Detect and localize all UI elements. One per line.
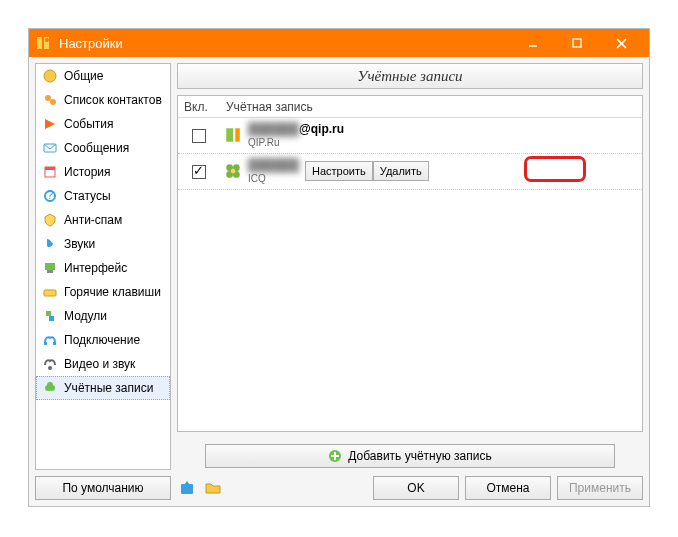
nav-icon bbox=[42, 164, 58, 180]
nav-icon bbox=[42, 356, 58, 372]
svg-rect-4 bbox=[573, 39, 581, 47]
nav-icon bbox=[42, 284, 58, 300]
svg-point-7 bbox=[44, 70, 56, 82]
nav-icon bbox=[42, 212, 58, 228]
svg-rect-0 bbox=[37, 37, 42, 49]
sidebar-item-0[interactable]: Общие bbox=[36, 64, 170, 88]
sidebar-item-3[interactable]: Сообщения bbox=[36, 136, 170, 160]
delete-button[interactable]: Удалить bbox=[373, 161, 429, 181]
sidebar-item-11[interactable]: Подключение bbox=[36, 328, 170, 352]
svg-rect-20 bbox=[44, 342, 47, 345]
nav-icon bbox=[42, 140, 58, 156]
svg-rect-18 bbox=[46, 311, 51, 316]
sidebar-item-13[interactable]: Учётные записи bbox=[36, 376, 170, 400]
svg-rect-15 bbox=[45, 263, 55, 270]
svg-rect-12 bbox=[45, 167, 55, 170]
sidebar: ОбщиеСписок контактовСобытияСообщенияИст… bbox=[35, 63, 171, 500]
sidebar-item-label: Список контактов bbox=[64, 93, 162, 107]
cancel-button[interactable]: Отмена bbox=[465, 476, 551, 500]
sidebar-item-label: Видео и звук bbox=[64, 357, 135, 371]
sidebar-item-label: История bbox=[64, 165, 111, 179]
table-header: Вкл. Учётная запись bbox=[178, 96, 642, 118]
svg-rect-19 bbox=[49, 316, 54, 321]
qip-icon bbox=[224, 126, 242, 144]
svg-point-2 bbox=[45, 38, 49, 42]
main-panel: Учётные записи Вкл. Учётная запись █████… bbox=[177, 63, 643, 500]
sidebar-item-7[interactable]: Звуки bbox=[36, 232, 170, 256]
sidebar-item-label: События bbox=[64, 117, 114, 131]
svg-point-8 bbox=[45, 95, 51, 101]
app-icon bbox=[35, 35, 51, 51]
col-enabled: Вкл. bbox=[178, 96, 220, 117]
sidebar-item-12[interactable]: Видео и звук bbox=[36, 352, 170, 376]
sidebar-item-6[interactable]: Анти-спам bbox=[36, 208, 170, 232]
sidebar-item-label: Общие bbox=[64, 69, 103, 83]
sidebar-item-label: Подключение bbox=[64, 333, 140, 347]
nav-icon bbox=[42, 236, 58, 252]
nav-icon: ? bbox=[42, 188, 58, 204]
enable-checkbox[interactable] bbox=[192, 165, 206, 179]
add-account-button[interactable]: Добавить учётную запись bbox=[205, 444, 615, 468]
sidebar-item-9[interactable]: Горячие клавиши bbox=[36, 280, 170, 304]
svg-rect-36 bbox=[181, 484, 193, 494]
sidebar-item-label: Сообщения bbox=[64, 141, 129, 155]
col-account: Учётная запись bbox=[220, 96, 642, 117]
nav-icon bbox=[42, 308, 58, 324]
sidebar-item-8[interactable]: Интерфейс bbox=[36, 256, 170, 280]
maximize-button[interactable] bbox=[555, 29, 599, 57]
sidebar-item-label: Интерфейс bbox=[64, 261, 127, 275]
svg-point-9 bbox=[50, 99, 56, 105]
titlebar: Настройки bbox=[29, 29, 649, 57]
accounts-table: Вкл. Учётная запись ██████@qip.ruQIP.Ru█… bbox=[177, 95, 643, 432]
sidebar-item-label: Звуки bbox=[64, 237, 95, 251]
svg-text:?: ? bbox=[47, 188, 54, 202]
sidebar-item-label: Анти-спам bbox=[64, 213, 122, 227]
add-account-label: Добавить учётную запись bbox=[348, 449, 491, 463]
icq-icon bbox=[224, 162, 242, 180]
sidebar-item-5[interactable]: ?Статусы bbox=[36, 184, 170, 208]
nav-icon bbox=[42, 68, 58, 84]
sidebar-item-2[interactable]: События bbox=[36, 112, 170, 136]
sidebar-item-label: Горячие клавиши bbox=[64, 285, 161, 299]
close-button[interactable] bbox=[599, 29, 643, 57]
svg-point-32 bbox=[231, 169, 236, 174]
account-row[interactable]: ██████ICQНастроитьУдалить bbox=[178, 154, 642, 190]
enable-checkbox[interactable] bbox=[192, 129, 206, 143]
sidebar-item-label: Модули bbox=[64, 309, 107, 323]
import-icon[interactable] bbox=[177, 478, 197, 498]
nav-icon bbox=[42, 380, 58, 396]
plus-icon bbox=[328, 449, 342, 463]
ok-button[interactable]: OK bbox=[373, 476, 459, 500]
nav-icon bbox=[42, 92, 58, 108]
svg-rect-26 bbox=[226, 129, 233, 143]
sidebar-item-1[interactable]: Список контактов bbox=[36, 88, 170, 112]
sidebar-item-label: Статусы bbox=[64, 189, 111, 203]
account-row[interactable]: ██████@qip.ruQIP.Ru bbox=[178, 118, 642, 154]
nav-icon bbox=[42, 116, 58, 132]
minimize-button[interactable] bbox=[511, 29, 555, 57]
sidebar-item-label: Учётные записи bbox=[64, 381, 153, 395]
svg-rect-21 bbox=[53, 342, 56, 345]
window-title: Настройки bbox=[55, 36, 511, 51]
apply-button[interactable]: Применить bbox=[557, 476, 643, 500]
configure-button[interactable]: Настроить bbox=[305, 161, 373, 181]
nav-list: ОбщиеСписок контактовСобытияСообщенияИст… bbox=[35, 63, 171, 470]
svg-point-25 bbox=[47, 382, 53, 388]
footer: OK Отмена Применить bbox=[177, 474, 643, 500]
nav-icon bbox=[42, 260, 58, 276]
folder-icon[interactable] bbox=[203, 478, 223, 498]
sidebar-item-4[interactable]: История bbox=[36, 160, 170, 184]
svg-rect-17 bbox=[44, 290, 56, 296]
svg-rect-27 bbox=[235, 129, 240, 143]
sidebar-item-10[interactable]: Модули bbox=[36, 304, 170, 328]
nav-icon bbox=[42, 332, 58, 348]
svg-point-22 bbox=[48, 366, 52, 370]
defaults-button[interactable]: По умолчанию bbox=[35, 476, 171, 500]
panel-header: Учётные записи bbox=[177, 63, 643, 89]
settings-window: Настройки ОбщиеСписок контактовСобытияСо… bbox=[28, 28, 650, 507]
svg-rect-16 bbox=[47, 270, 53, 273]
